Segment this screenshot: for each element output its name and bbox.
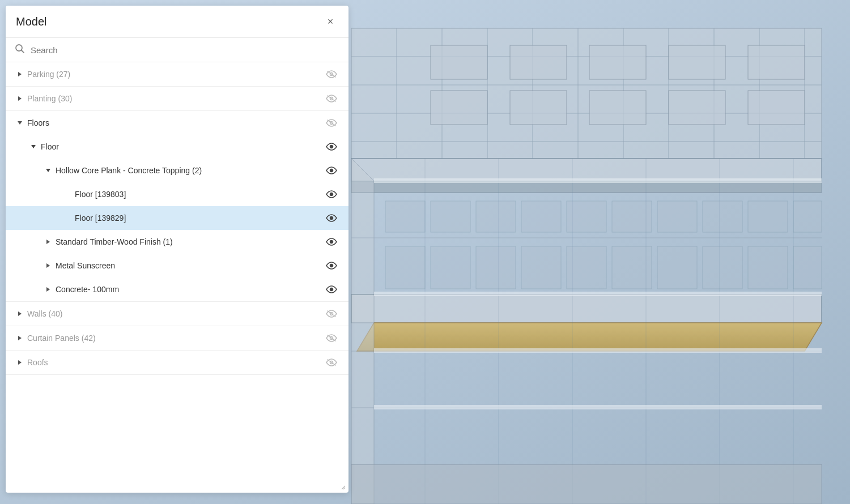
chevron-right-icon — [43, 237, 53, 247]
tree-item-floor-group[interactable]: Floor — [6, 135, 348, 159]
svg-marker-87 — [46, 263, 50, 268]
search-row — [6, 38, 348, 62]
panel-title: Model — [16, 15, 46, 28]
svg-marker-26 — [351, 159, 822, 181]
chevron-right-icon — [43, 284, 53, 294]
svg-marker-91 — [18, 311, 22, 316]
svg-point-88 — [330, 264, 333, 267]
no-chevron — [62, 213, 73, 223]
svg-rect-51 — [567, 246, 606, 289]
item-label-curtain-panels: Curtain Panels (42) — [27, 334, 324, 343]
svg-marker-97 — [18, 360, 22, 365]
tree-item-curtain-panels[interactable]: Curtain Panels (42) — [6, 326, 348, 350]
search-input[interactable] — [31, 45, 339, 55]
svg-rect-16 — [431, 45, 487, 79]
tree-item-metal-sunscreen[interactable]: Metal Sunscreen — [6, 254, 348, 277]
svg-rect-66 — [374, 348, 822, 353]
svg-rect-19 — [669, 45, 725, 79]
visibility-toggle-floor-139829[interactable] — [324, 210, 339, 226]
svg-rect-25 — [748, 91, 805, 125]
tree-item-walls[interactable]: Walls (40) — [6, 302, 348, 326]
tree-item-parking[interactable]: Parking (27) — [6, 62, 348, 86]
item-label-floors: Floors — [27, 118, 324, 127]
visibility-toggle-standard-timber[interactable] — [324, 234, 339, 250]
item-label-concrete-100mm: Concrete- 100mm — [56, 285, 324, 294]
svg-rect-18 — [589, 45, 646, 79]
chevron-right-icon — [15, 69, 25, 79]
chevron-right-icon — [15, 357, 25, 368]
model-panel: Model × Parking (27) — [6, 6, 348, 493]
svg-rect-46 — [793, 201, 822, 232]
svg-point-84 — [330, 217, 333, 220]
visibility-toggle-floor-group[interactable] — [324, 139, 339, 155]
tree-item-standard-timber[interactable]: Standard Timber-Wood Finish (1) — [6, 230, 348, 254]
svg-marker-79 — [31, 145, 36, 148]
tree-item-floor-139829[interactable]: Floor [139829] — [6, 206, 348, 230]
svg-marker-89 — [46, 287, 50, 292]
item-label-hollow-core: Hollow Core Plank - Concrete Topping (2) — [56, 166, 324, 175]
svg-point-90 — [330, 288, 333, 291]
svg-rect-43 — [657, 201, 697, 232]
svg-rect-17 — [510, 45, 567, 79]
tree-area[interactable]: Parking (27) Planting (30) — [6, 62, 348, 493]
visibility-toggle-roofs[interactable] — [324, 354, 339, 370]
svg-marker-70 — [18, 72, 22, 76]
item-label-walls: Walls (40) — [27, 309, 324, 318]
chevron-right-icon — [15, 309, 25, 319]
chevron-down-icon — [15, 118, 25, 128]
item-label-floor-139829: Floor [139829] — [75, 213, 324, 223]
svg-rect-65 — [374, 292, 822, 296]
no-chevron — [62, 189, 73, 199]
svg-rect-41 — [567, 201, 606, 232]
item-label-metal-sunscreen: Metal Sunscreen — [56, 261, 324, 270]
item-label-planting: Planting (30) — [27, 94, 324, 103]
svg-marker-29 — [357, 323, 822, 351]
svg-rect-55 — [748, 246, 788, 289]
item-label-standard-timber: Standard Timber-Wood Finish (1) — [56, 237, 324, 246]
visibility-toggle-walls[interactable] — [324, 306, 339, 322]
svg-marker-73 — [18, 96, 22, 101]
svg-marker-76 — [18, 121, 22, 125]
resize-handle[interactable] — [341, 485, 346, 490]
svg-rect-52 — [612, 246, 652, 289]
panel-header: Model × — [6, 6, 348, 38]
item-label-floor-139803: Floor [139803] — [75, 190, 324, 199]
item-label-roofs: Roofs — [27, 358, 324, 367]
svg-rect-56 — [793, 246, 822, 289]
tree-item-hollow-core[interactable]: Hollow Core Plank - Concrete Topping (2) — [6, 159, 348, 182]
svg-rect-49 — [476, 246, 516, 289]
svg-marker-28 — [351, 294, 822, 323]
tree-item-floors[interactable]: Floors — [6, 111, 348, 135]
svg-rect-24 — [669, 91, 725, 125]
svg-rect-47 — [385, 246, 425, 289]
svg-line-101 — [343, 488, 345, 489]
search-icon — [15, 44, 25, 56]
tree-item-concrete-100mm[interactable]: Concrete- 100mm — [6, 277, 348, 301]
svg-line-69 — [22, 50, 24, 53]
visibility-toggle-planting[interactable] — [324, 91, 339, 106]
svg-line-100 — [342, 486, 345, 489]
tree-item-roofs[interactable]: Roofs — [6, 351, 348, 374]
svg-point-83 — [330, 193, 333, 196]
visibility-toggle-hollow-core[interactable] — [324, 163, 339, 178]
svg-marker-30 — [351, 159, 374, 504]
close-button[interactable]: × — [322, 14, 338, 29]
svg-rect-38 — [431, 201, 470, 232]
chevron-down-icon — [28, 142, 39, 152]
visibility-toggle-curtain-panels[interactable] — [324, 330, 339, 346]
visibility-toggle-metal-sunscreen[interactable] — [324, 258, 339, 274]
svg-rect-22 — [510, 91, 567, 125]
chevron-right-icon — [15, 93, 25, 104]
visibility-toggle-floor-139803[interactable] — [324, 186, 339, 202]
svg-rect-37 — [385, 201, 425, 232]
chevron-down-icon — [43, 165, 53, 176]
item-label-floor-group: Floor — [41, 142, 324, 151]
tree-item-floor-139803[interactable]: Floor [139803] — [6, 182, 348, 206]
item-label-parking: Parking (27) — [27, 70, 324, 79]
tree-item-planting[interactable]: Planting (30) — [6, 87, 348, 110]
visibility-toggle-concrete-100mm[interactable] — [324, 281, 339, 297]
svg-rect-53 — [657, 246, 697, 289]
visibility-toggle-floors[interactable] — [324, 115, 339, 131]
svg-rect-42 — [612, 201, 652, 232]
visibility-toggle-parking[interactable] — [324, 66, 339, 82]
